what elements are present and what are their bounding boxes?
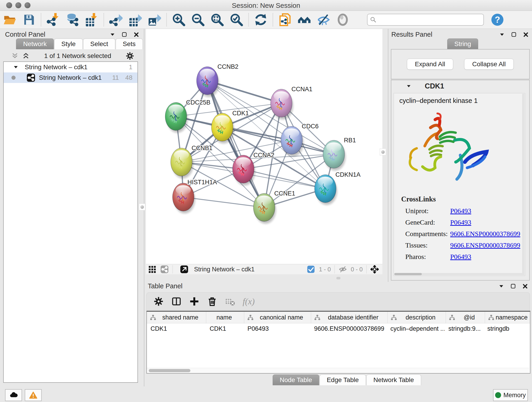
grid-view-icon[interactable] (148, 265, 156, 274)
selected-checkbox-icon[interactable] (307, 265, 315, 274)
close-panel-icon[interactable] (523, 32, 529, 38)
zoom-selected-icon[interactable] (229, 13, 244, 27)
tab-network[interactable]: Network (16, 38, 54, 49)
clone-network-icon[interactable] (278, 13, 292, 27)
gene-section-header[interactable]: CDK1 (391, 80, 529, 92)
detach-view-icon[interactable] (180, 265, 188, 274)
table-horizontal-scrollbar[interactable] (147, 368, 529, 373)
crosslink-link[interactable]: 9606.ENSP00000378699 (450, 230, 520, 238)
network-node-HIST1H1A[interactable]: HIST1H1A (172, 179, 217, 213)
tab-style[interactable]: Style (54, 38, 83, 49)
export-table-icon[interactable] (128, 13, 142, 27)
delete-column-trash-icon[interactable] (207, 296, 217, 306)
network-canvas[interactable]: CCNB2 CCNA1 CDC25B CDK1 CDC6 RB1 CCNB1 (146, 30, 382, 264)
show-all-icon[interactable] (336, 13, 350, 27)
cell-canonical-name[interactable]: P06493 (244, 323, 310, 334)
network-node-CDKN1A[interactable]: CDKN1A (315, 171, 361, 205)
panel-menu-icon[interactable] (499, 32, 505, 38)
tab-sets[interactable]: Sets (116, 38, 143, 49)
crosslink-link[interactable]: 9606.ENSP00000378699 (450, 241, 520, 249)
tree-expander-icon[interactable] (13, 64, 19, 70)
cell-shared-name[interactable]: CDK1 (147, 323, 206, 334)
column-header-database-identifier[interactable]: database identifier (311, 312, 388, 323)
collapse-all-icon[interactable] (11, 52, 19, 60)
tab-string[interactable]: String (447, 38, 478, 49)
tab-edge-table[interactable]: Edge Table (320, 375, 366, 385)
warnings-button[interactable] (25, 389, 42, 401)
cloud-button[interactable] (5, 389, 22, 401)
cell-database-identifier[interactable]: 9606.ENSP00000378699 (310, 323, 387, 334)
crosslink-link[interactable]: P06493 (450, 218, 471, 226)
add-column-icon[interactable] (189, 296, 199, 306)
collapse-all-button[interactable]: Collapse All (464, 59, 514, 70)
column-header-description[interactable]: description (388, 312, 446, 323)
results-vertical-scrollbar[interactable] (522, 94, 525, 275)
float-panel-icon[interactable] (510, 283, 516, 289)
results-horizontal-scrollbar[interactable] (394, 273, 523, 275)
cell-description[interactable]: cyclin–dependent ... (387, 323, 445, 334)
expand-all-button[interactable]: Expand All (407, 59, 453, 70)
float-panel-icon[interactable] (121, 32, 127, 38)
network-node-CDC6[interactable]: CDC6 (281, 123, 319, 157)
panel-menu-icon[interactable] (498, 283, 504, 289)
column-header-name[interactable]: name (206, 312, 244, 323)
column-header-@id[interactable]: @id (446, 312, 485, 323)
export-network-icon[interactable] (109, 13, 123, 27)
cell-name[interactable]: CDK1 (206, 323, 244, 334)
tab-select[interactable]: Select (83, 38, 115, 49)
panel-menu-icon[interactable] (109, 32, 115, 38)
float-panel-icon[interactable] (511, 32, 517, 38)
table-settings-gear-icon[interactable] (153, 296, 164, 306)
fit-content-icon[interactable] (370, 265, 379, 274)
export-image-icon[interactable] (147, 13, 162, 27)
zoom-in-icon[interactable] (172, 13, 186, 27)
left-splitter-handle[interactable] (139, 204, 145, 211)
search-box[interactable] (367, 14, 484, 26)
refresh-icon[interactable] (254, 13, 268, 27)
network-node-CCNE1[interactable]: CCNE1 (253, 190, 295, 224)
node-table[interactable]: shared namenamecanonical namedatabase id… (146, 311, 530, 374)
close-panel-icon[interactable] (522, 283, 528, 289)
first-neighbors-icon[interactable] (297, 13, 311, 27)
gear-icon[interactable] (126, 51, 134, 60)
import-network-icon[interactable] (46, 13, 60, 27)
hidden-eye-icon[interactable] (339, 265, 347, 274)
show-columns-icon[interactable] (171, 296, 181, 306)
right-splitter-handle[interactable] (380, 148, 386, 155)
import-database-icon[interactable] (65, 13, 80, 27)
section-collapse-icon[interactable] (406, 83, 412, 89)
hide-selected-icon[interactable] (317, 13, 331, 27)
right-splitter[interactable] (388, 29, 388, 282)
import-table-icon[interactable] (85, 13, 99, 27)
memory-button[interactable]: Memory (493, 389, 528, 401)
network-collection-row[interactable]: String Network – cdk1 1 (4, 62, 138, 72)
network-row[interactable]: String Network – cdk1 11 48 (4, 72, 138, 83)
column-header-namespace[interactable]: namespace (485, 312, 530, 323)
bottom-splitter-handle[interactable] (336, 277, 341, 279)
help-button[interactable]: ? (490, 13, 505, 27)
network-node-CCNA1[interactable]: CCNA1 (271, 86, 312, 119)
tab-network-table[interactable]: Network Table (366, 375, 421, 385)
column-header-canonical-name[interactable]: canonical name (244, 312, 311, 323)
network-node-RB1[interactable]: RB1 (323, 137, 356, 171)
open-folder-icon[interactable] (2, 13, 17, 27)
network-view[interactable]: CCNB2 CCNA1 CDC25B CDK1 CDC6 RB1 CCNB1 (146, 29, 382, 274)
table-row[interactable]: CDK1CDK1P064939606.ENSP00000378699cyclin… (147, 323, 530, 334)
tab-node-table[interactable]: Node Table (273, 375, 319, 385)
zoom-fit-icon[interactable] (210, 13, 224, 27)
crosslink-link[interactable]: P06493 (450, 207, 471, 215)
network-node-CCNB1[interactable]: CCNB1 (171, 145, 213, 178)
close-panel-icon[interactable] (133, 32, 139, 38)
network-node-CDK1[interactable]: CDK1 (211, 110, 249, 143)
column-header-shared-name[interactable]: shared name (147, 312, 206, 323)
network-node-CCNB2[interactable]: CCNB2 (196, 63, 239, 97)
crosslink-link[interactable]: P06493 (450, 253, 471, 261)
zoom-out-icon[interactable] (191, 13, 205, 27)
cell-@id[interactable]: stringdb:9... (445, 323, 484, 334)
save-icon[interactable] (22, 13, 36, 27)
expand-all-icon[interactable] (22, 52, 30, 60)
network-badge-gray-icon[interactable] (160, 265, 169, 274)
cell-namespace[interactable]: stringdb (484, 323, 529, 334)
search-input[interactable] (377, 15, 483, 25)
network-node-CDC25B[interactable]: CDC25B (165, 99, 210, 133)
